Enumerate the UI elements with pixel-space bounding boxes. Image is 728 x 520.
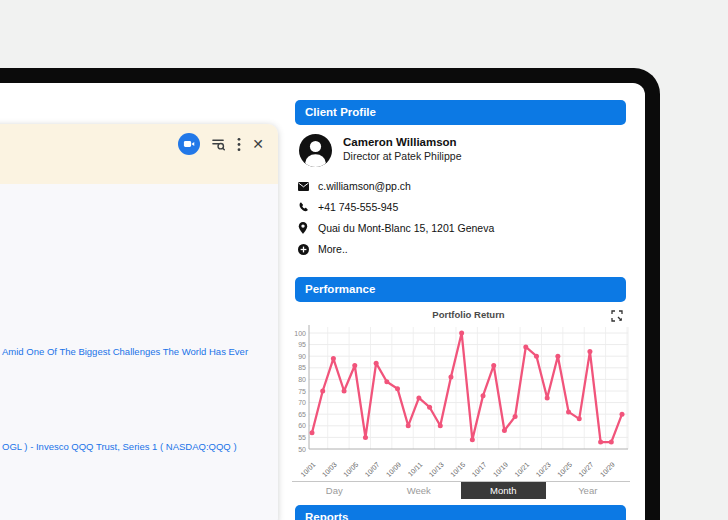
more-link[interactable]: More.. <box>318 243 348 255</box>
svg-text:100: 100 <box>294 330 306 337</box>
contact-row-address: Quai du Mont-Blanc 15, 1201 Geneva <box>297 221 494 235</box>
svg-text:10/07: 10/07 <box>363 461 380 478</box>
contact-list: c.williamson@pp.ch +41 745-555-945 Quai … <box>297 179 494 256</box>
left-browser-window: ✕ Amid One Of The Biggest Challenges The… <box>0 124 278 520</box>
svg-text:10/25: 10/25 <box>556 461 573 478</box>
location-pin-icon <box>297 222 309 234</box>
svg-text:60: 60 <box>298 422 306 429</box>
close-icon[interactable]: ✕ <box>252 137 264 151</box>
kebab-menu-icon[interactable] <box>237 137 241 152</box>
client-address: Quai du Mont-Blanc 15, 1201 Geneva <box>318 222 494 234</box>
svg-text:10/23: 10/23 <box>535 461 552 478</box>
contact-row-more[interactable]: More.. <box>297 242 494 256</box>
svg-text:70: 70 <box>298 399 306 406</box>
performance-header: Performance <box>295 277 626 302</box>
svg-text:10/05: 10/05 <box>342 461 359 478</box>
svg-text:10/11: 10/11 <box>407 461 424 478</box>
svg-text:85: 85 <box>298 364 306 371</box>
svg-text:10/27: 10/27 <box>577 461 594 478</box>
phone-icon <box>297 202 309 213</box>
svg-text:10/19: 10/19 <box>492 461 509 478</box>
left-window-toolbar: ✕ <box>178 132 264 156</box>
tab-day[interactable]: Day <box>292 482 377 499</box>
svg-text:95: 95 <box>298 341 306 348</box>
range-selector: Day Week Month Year <box>292 482 630 499</box>
svg-text:90: 90 <box>298 353 306 360</box>
svg-text:10/01: 10/01 <box>299 461 316 478</box>
plus-circle-icon <box>297 244 309 255</box>
svg-text:10/15: 10/15 <box>449 461 466 478</box>
fullscreen-icon[interactable] <box>611 310 623 322</box>
contact-row-email: c.williamson@pp.ch <box>297 179 494 193</box>
portfolio-return-chart: Portfolio Return505560657075808590951001… <box>292 302 630 480</box>
svg-text:10/21: 10/21 <box>513 461 530 478</box>
search-in-page-icon[interactable] <box>211 137 226 152</box>
client-name: Cameron Williamson <box>343 136 457 148</box>
contact-row-phone: +41 745-555-945 <box>297 200 494 214</box>
tab-month[interactable]: Month <box>461 482 546 499</box>
client-phone: +41 745-555-945 <box>318 201 398 213</box>
email-icon <box>297 182 309 191</box>
crm-panel: Client Profile Cameron Williamson Direct… <box>292 96 630 520</box>
svg-text:10/29: 10/29 <box>599 461 616 478</box>
news-link-1[interactable]: Amid One Of The Biggest Challenges The W… <box>2 346 248 357</box>
tab-year[interactable]: Year <box>546 482 631 499</box>
svg-text:50: 50 <box>298 446 306 453</box>
avatar <box>299 134 332 167</box>
svg-text:10/03: 10/03 <box>321 461 338 478</box>
client-role: Director at Patek Philippe <box>343 150 461 162</box>
svg-text:80: 80 <box>298 376 306 383</box>
client-profile-header: Client Profile <box>295 100 626 125</box>
news-link-2[interactable]: OGL ) - Invesco QQQ Trust, Series 1 ( NA… <box>2 441 237 452</box>
video-call-button[interactable] <box>178 133 200 155</box>
reports-header: Reports <box>295 505 626 520</box>
tab-week[interactable]: Week <box>377 482 462 499</box>
left-window-header: ✕ <box>0 124 278 184</box>
client-email: c.williamson@pp.ch <box>318 180 411 192</box>
video-camera-icon <box>182 137 196 151</box>
svg-text:75: 75 <box>298 388 306 395</box>
svg-text:55: 55 <box>298 434 306 441</box>
svg-text:10/17: 10/17 <box>470 461 487 478</box>
svg-text:10/09: 10/09 <box>385 461 402 478</box>
svg-text:Portfolio Return: Portfolio Return <box>432 309 504 320</box>
svg-text:10/13: 10/13 <box>428 461 445 478</box>
svg-text:65: 65 <box>298 411 306 418</box>
